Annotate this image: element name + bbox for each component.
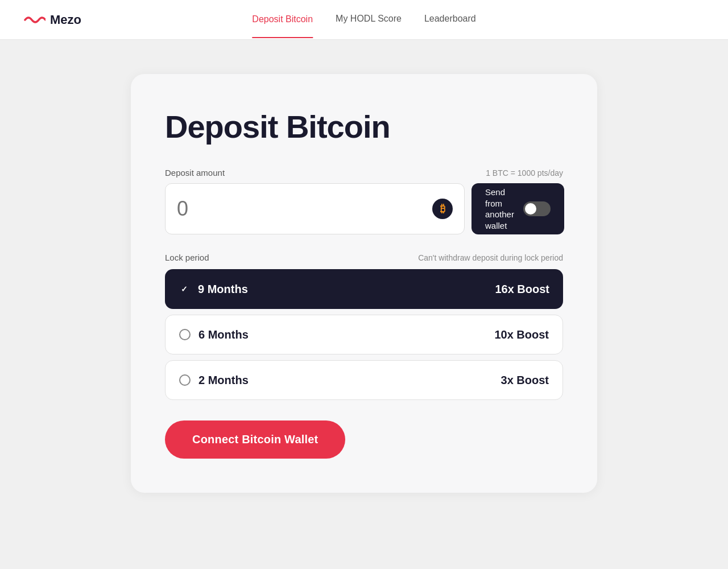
boost-label-6months: 10x Boost bbox=[494, 328, 549, 341]
logo-text: Mezo bbox=[50, 13, 81, 27]
radio-2months bbox=[179, 374, 191, 386]
deposit-amount-hint: 1 BTC = 1000 pts/day bbox=[486, 168, 563, 178]
page-title: Deposit Bitcoin bbox=[165, 108, 563, 145]
radio-9months: ✓ bbox=[179, 283, 190, 295]
boost-label-2months: 3x Boost bbox=[501, 374, 549, 387]
nav-deposit-bitcoin[interactable]: Deposit Bitcoin bbox=[252, 14, 313, 38]
toggle-knob bbox=[525, 203, 536, 215]
logo: Mezo bbox=[23, 13, 81, 27]
lock-period-header: Lock period Can't withdraw deposit durin… bbox=[165, 253, 563, 262]
boost-label-9months: 16x Boost bbox=[495, 283, 549, 296]
deposit-amount-label: Deposit amount bbox=[165, 168, 225, 178]
lock-label-2months: 2 Months bbox=[198, 374, 249, 387]
deposit-row: ₿ Send from another wallet bbox=[165, 183, 563, 234]
lock-label-6months: 6 Months bbox=[198, 328, 249, 341]
nav-hodl-score[interactable]: My HODL Score bbox=[336, 14, 402, 26]
radio-6months bbox=[179, 329, 191, 340]
btc-icon: ₿ bbox=[432, 199, 453, 219]
lock-option-9months[interactable]: ✓ 9 Months 16x Boost bbox=[165, 269, 563, 309]
deposit-card: Deposit Bitcoin Deposit amount 1 BTC = 1… bbox=[131, 74, 597, 493]
mezo-logo-icon bbox=[23, 13, 46, 27]
lock-period-label: Lock period bbox=[165, 253, 209, 262]
lock-option-6months[interactable]: 6 Months 10x Boost bbox=[165, 315, 563, 354]
header: Mezo Deposit Bitcoin My HODL Score Leade… bbox=[0, 0, 728, 40]
lock-label-9months: 9 Months bbox=[198, 283, 248, 296]
nav-leaderboard[interactable]: Leaderboard bbox=[424, 14, 476, 26]
deposit-amount-header: Deposit amount 1 BTC = 1000 pts/day bbox=[165, 168, 563, 178]
send-from-wallet-toggle[interactable] bbox=[523, 201, 551, 216]
lock-options: ✓ 9 Months 16x Boost 6 Months 10x Boost … bbox=[165, 269, 563, 400]
main-content: Deposit Bitcoin Deposit amount 1 BTC = 1… bbox=[0, 40, 728, 527]
send-from-wallet-label: Send from another wallet bbox=[485, 187, 514, 231]
lock-option-2months[interactable]: 2 Months 3x Boost bbox=[165, 360, 563, 400]
main-nav: Deposit Bitcoin My HODL Score Leaderboar… bbox=[252, 14, 475, 26]
send-from-wallet-panel: Send from another wallet bbox=[471, 183, 564, 234]
connect-bitcoin-wallet-button[interactable]: Connect Bitcoin Wallet bbox=[165, 420, 345, 459]
amount-input[interactable] bbox=[177, 197, 432, 221]
lock-period-hint: Can't withdraw deposit during lock perio… bbox=[418, 253, 563, 262]
amount-input-wrapper: ₿ bbox=[165, 183, 465, 234]
